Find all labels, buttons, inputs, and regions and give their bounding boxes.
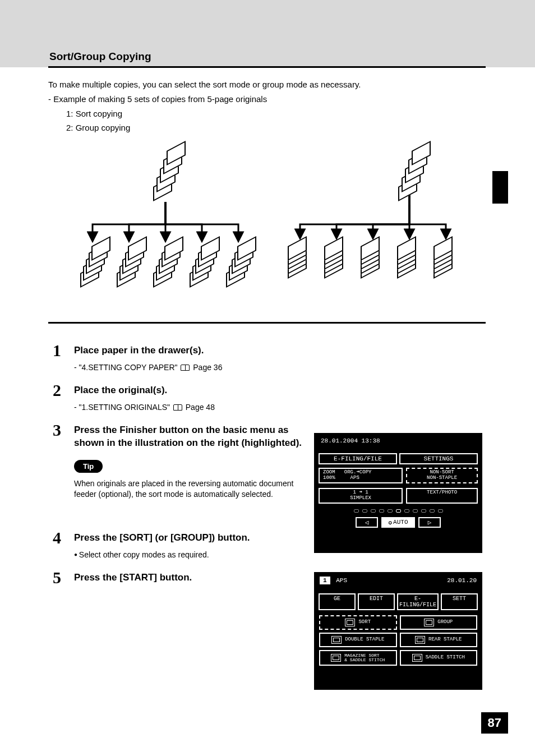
intro-example: Example of making 5 sets of copies from … xyxy=(48,93,486,105)
screen-basic-menu: 28.01.2004 13:38 E-FILING/FILE SETTINGS … xyxy=(314,433,482,553)
step-title: Press the [START] button. xyxy=(74,571,321,584)
screen1-nav-right[interactable]: ▷ xyxy=(418,517,441,528)
ref-label: "1.SETTING ORIGINALS" xyxy=(74,403,170,412)
tip-badge: Tip xyxy=(74,460,103,473)
intro-block: To make multiple copies, you can select … xyxy=(48,79,486,136)
screen1-nonsort-button[interactable]: NON-SORT NON-STAPLE xyxy=(406,468,478,483)
title-rule xyxy=(48,66,486,68)
screen1-simplex-button[interactable]: 1 ➜ 1 SIMPLEX xyxy=(319,488,403,504)
intro-sub-2: 2: Group copying xyxy=(66,122,486,134)
ref-page: Page 48 xyxy=(186,403,215,412)
sort-icon xyxy=(345,619,355,626)
screen2-tab-efiling[interactable]: E-FILING/FILE xyxy=(397,593,439,610)
screen2-tab-sett[interactable]: SETT xyxy=(441,593,478,610)
step-title: Place the original(s). xyxy=(74,384,321,397)
book-icon xyxy=(181,365,190,371)
screen-finisher-menu: 1 APS 28.01.20 GE EDIT E-FILING/FILE SET… xyxy=(314,572,482,690)
group-icon xyxy=(424,619,434,626)
step-number: 5 xyxy=(53,568,61,587)
screen2-opt-magazine-sort[interactable]: MAGAZINE SORT & SADDLE STITCH xyxy=(319,650,397,666)
screen1-tab-settings[interactable]: SETTINGS xyxy=(399,453,478,464)
screen2-opt-double-staple[interactable]: DOUBLE STAPLE xyxy=(319,633,397,647)
screen1-nav-left[interactable]: ◁ xyxy=(356,517,378,528)
screen2-opt-group[interactable]: GROUP xyxy=(400,615,478,630)
screen1-datetime: 28.01.2004 13:38 xyxy=(315,434,481,445)
screen1-zoom-block[interactable]: ZOOM ORG.➜COPY 100% APS xyxy=(319,468,403,483)
screen2-opt-saddle-stitch[interactable]: SADDLE STITCH xyxy=(400,650,478,666)
screen1-auto-button[interactable]: ✪AUTO xyxy=(381,517,415,528)
step-number: 1 xyxy=(53,341,61,360)
double-staple-icon xyxy=(331,636,342,644)
screen2-datetime: 28.01.20 xyxy=(447,577,477,584)
tip-text: When originals are placed in the reversi… xyxy=(74,478,310,500)
intro-lead: To make multiple copies, you can select … xyxy=(48,79,486,91)
step-1: 1 Place paper in the drawer(s). "4.SETTI… xyxy=(53,344,485,372)
screen2-opt-rear-staple[interactable]: REAR STAPLE xyxy=(400,633,478,647)
rear-staple-icon xyxy=(415,636,425,644)
step-number: 2 xyxy=(53,381,61,400)
step-2: 2 Place the original(s). "1.SETTING ORIG… xyxy=(53,384,485,412)
book-icon xyxy=(173,404,182,411)
screen1-mode-button[interactable]: TEXT/PHOTO xyxy=(406,488,478,504)
page-number: 87 xyxy=(481,712,508,734)
ref-label: "4.SETTING COPY PAPER" xyxy=(74,363,177,372)
screen2-aps: APS xyxy=(336,577,347,584)
side-tab xyxy=(492,171,508,204)
step-title: Press the [SORT] (or [GROUP]) button. xyxy=(74,532,321,545)
screen2-opt-sort[interactable]: SORT xyxy=(319,615,397,630)
screen2-tab-ge[interactable]: GE xyxy=(319,593,356,610)
step-title: Press the Finisher button on the basic m… xyxy=(74,424,321,450)
intro-sub-1: 1: Sort copying xyxy=(66,108,486,120)
screen2-tab-edit[interactable]: EDIT xyxy=(358,593,395,610)
screen1-tab-efiling[interactable]: E-FILING/FILE xyxy=(319,453,397,464)
ref-page: Page 36 xyxy=(193,363,222,372)
diagram-area xyxy=(76,151,468,297)
screen2-count: 1 xyxy=(320,577,330,584)
step-number: 3 xyxy=(53,421,61,440)
saddle-stitch-icon xyxy=(412,654,422,662)
magazine-sort-icon xyxy=(331,654,341,662)
divider xyxy=(48,322,486,324)
section-title: Sort/Group Copying xyxy=(49,50,151,63)
step-title: Place paper in the drawer(s). xyxy=(74,344,321,357)
screen1-tray-indicator xyxy=(315,506,481,517)
step-number: 4 xyxy=(53,528,61,547)
